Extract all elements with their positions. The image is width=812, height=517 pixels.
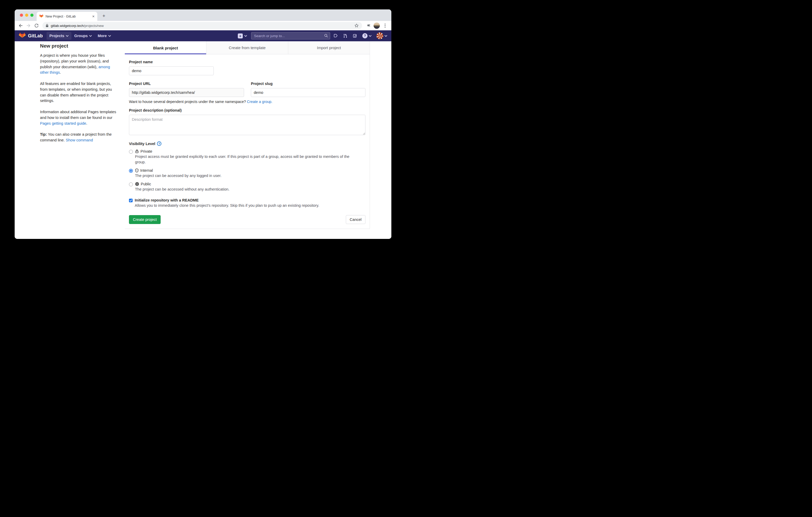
traffic-lights [20,13,33,17]
bookmark-star-icon[interactable] [354,23,359,28]
back-icon[interactable] [17,22,24,29]
tip-paragraph: Tip: You can also create a project from … [40,132,117,143]
url-path: /projects/new [84,24,104,28]
search-input[interactable] [251,32,330,39]
chevron-down-icon [369,35,372,37]
browser-tab[interactable]: New Project · GitLab ✕ [37,12,97,21]
search-icon [324,34,328,38]
browser-window: New Project · GitLab ✕ + gitlab.widgetc [14,9,392,239]
close-window-button[interactable] [20,13,23,17]
plus-icon: + [238,33,243,38]
forward-icon[interactable] [25,22,32,29]
internal-option-description: The project can be accessed by any logge… [135,173,221,179]
project-name-label: Project name [129,60,366,64]
help-menu[interactable]: ? [362,33,372,38]
todo-check-icon[interactable] [353,33,357,38]
pages-paragraph: Information about additional Pages templ… [40,109,117,126]
tab-title: New Project · GitLab [46,14,90,18]
project-type-tabs: Blank project Create from template Impor… [125,41,370,54]
new-project-form: Blank project Create from template Impor… [125,41,370,229]
pages-guide-link[interactable]: Pages getting started guide [40,121,86,125]
tab-close-icon[interactable]: ✕ [92,15,95,18]
private-radio[interactable] [129,150,133,154]
project-description-label: Project description (optional) [129,108,366,112]
gitlab-favicon-icon [39,14,44,19]
help-icon: ? [362,33,368,38]
chevron-down-icon [89,35,92,37]
minimize-window-button[interactable] [25,13,28,17]
visibility-level-label: Visibility Level [129,142,155,146]
tab-strip: New Project · GitLab ✕ + [14,9,392,21]
create-a-group-link[interactable]: Create a group. [247,99,272,104]
public-radio[interactable] [129,182,133,186]
tab-blank-project[interactable]: Blank project [125,41,206,54]
url-host: gitlab.widgetcorp.tech [51,24,84,28]
project-url-label: Project URL [129,82,244,86]
public-option-description: The project can be accessed without any … [135,187,229,192]
nav-groups[interactable]: Groups [71,32,95,40]
issues-icon[interactable] [333,34,338,38]
chevron-down-icon [108,35,111,37]
intro-paragraph: A project is where you house your files … [40,53,117,75]
create-project-button[interactable]: Create project [129,215,161,224]
page-title: New project [40,43,117,49]
features-paragraph: All features are enabled for blank proje… [40,81,117,104]
global-search [251,32,330,39]
public-option-name: Public [141,182,151,186]
gitlab-brand[interactable]: GitLab [28,33,43,39]
internal-radio[interactable] [129,169,133,173]
browser-menu-dots-icon[interactable] [381,22,389,29]
user-menu[interactable] [376,32,387,39]
private-option-description: Project access must be granted explicitl… [135,154,360,165]
shield-icon [135,168,139,173]
gitlab-logo-icon[interactable] [19,33,26,39]
visibility-option-internal[interactable]: Internal The project can be accessed by … [129,168,366,179]
private-option-name: Private [141,149,152,153]
user-avatar [376,32,383,39]
namespace-hint: Want to house several dependent projects… [129,99,366,104]
readme-checkbox[interactable] [129,199,133,202]
project-url-input[interactable] [129,88,244,97]
extensions-puzzle-icon[interactable] [365,22,372,29]
lock-icon [135,149,139,153]
cancel-button[interactable]: Cancel [346,215,366,224]
nav-more[interactable]: More [95,32,114,40]
new-menu-button[interactable]: + [236,32,249,39]
project-slug-input[interactable] [251,88,366,97]
visibility-option-private[interactable]: Private Project access must be granted e… [129,149,366,165]
show-command-link[interactable]: Show command [66,138,93,142]
merge-request-icon[interactable] [343,33,348,38]
new-tab-button[interactable]: + [100,12,107,19]
nav-projects[interactable]: Projects [47,32,71,40]
visibility-help-icon[interactable]: ? [157,142,162,146]
chevron-down-icon [384,35,387,37]
gitlab-navbar: GitLab Projects Groups More + [14,30,392,41]
project-name-input[interactable] [129,66,214,75]
globe-icon [135,182,139,186]
lock-icon [46,24,49,27]
page-intro: New project A project is where you house… [40,43,117,149]
refresh-icon[interactable] [33,22,40,29]
visibility-option-public[interactable]: Public The project can be accessed witho… [129,182,366,192]
tab-import-project[interactable]: Import project [288,41,370,54]
browser-profile-avatar[interactable] [373,22,380,29]
browser-toolbar: gitlab.widgetcorp.tech/projects/new [14,21,392,30]
readme-option[interactable]: Initialize repository with a README Allo… [129,198,366,208]
address-bar[interactable]: gitlab.widgetcorp.tech/projects/new [42,22,362,29]
readme-label: Initialize repository with a README [135,198,319,202]
readme-description: Allows you to immediately clone this pro… [135,203,319,208]
zoom-window-button[interactable] [30,13,33,17]
page-content: New project A project is where you house… [14,41,392,239]
chevron-down-icon [66,35,68,37]
project-slug-label: Project slug [251,82,366,86]
project-description-textarea[interactable] [129,115,366,135]
internal-option-name: Internal [140,168,153,173]
screen: New Project · GitLab ✕ + gitlab.widgetc [0,0,406,258]
tab-create-from-template[interactable]: Create from template [206,41,288,54]
chevron-down-icon [244,35,247,37]
